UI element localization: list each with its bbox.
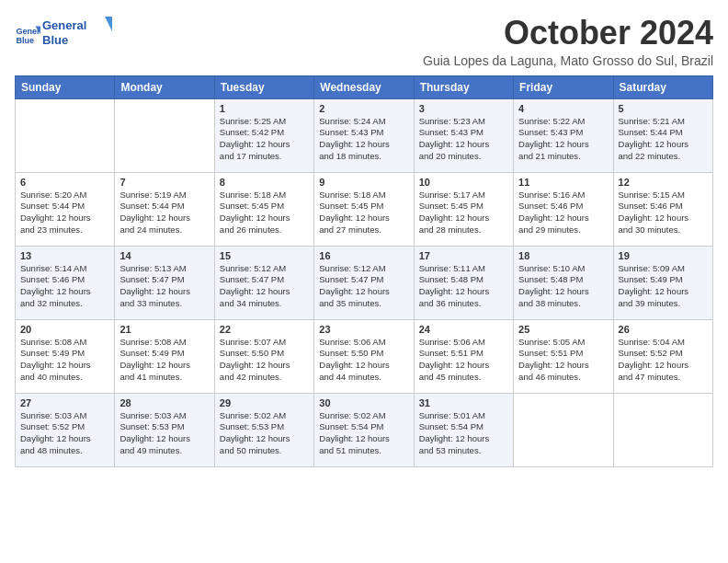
calendar-cell: 21Sunrise: 5:08 AM Sunset: 5:49 PM Dayli… [115,319,214,393]
day-details: Sunrise: 5:18 AM Sunset: 5:45 PM Dayligh… [319,190,390,235]
day-number: 22 [220,324,309,335]
header-tuesday: Tuesday [214,75,313,98]
calendar-cell: 23Sunrise: 5:06 AM Sunset: 5:50 PM Dayli… [314,319,414,393]
header-saturday: Saturday [613,75,712,98]
location-subtitle: Guia Lopes da Laguna, Mato Grosso do Sul… [423,53,713,68]
calendar-cell: 5Sunrise: 5:21 AM Sunset: 5:44 PM Daylig… [613,98,712,172]
header-wednesday: Wednesday [314,75,414,98]
logo-icon: General Blue [15,21,40,47]
day-details: Sunrise: 5:24 AM Sunset: 5:43 PM Dayligh… [319,116,390,161]
day-number: 27 [20,397,109,408]
day-number: 1 [220,103,309,114]
calendar-cell [16,98,115,172]
day-number: 15 [220,250,309,261]
day-number: 28 [119,397,209,408]
day-number: 8 [220,177,309,188]
day-details: Sunrise: 5:05 AM Sunset: 5:51 PM Dayligh… [518,337,589,382]
page-header: General Blue General Blue October 2024 G… [15,15,713,68]
day-details: Sunrise: 5:02 AM Sunset: 5:53 PM Dayligh… [220,410,290,455]
month-title: October 2024 [423,15,713,52]
calendar-cell: 19Sunrise: 5:09 AM Sunset: 5:49 PM Dayli… [613,246,712,319]
calendar-cell: 10Sunrise: 5:17 AM Sunset: 5:45 PM Dayli… [414,172,513,246]
svg-text:General: General [42,18,86,32]
day-details: Sunrise: 5:03 AM Sunset: 5:53 PM Dayligh… [119,410,190,455]
day-number: 31 [419,397,508,408]
calendar-cell: 13Sunrise: 5:14 AM Sunset: 5:46 PM Dayli… [16,246,115,319]
calendar-cell: 9Sunrise: 5:18 AM Sunset: 5:45 PM Daylig… [314,172,414,246]
calendar-cell: 8Sunrise: 5:18 AM Sunset: 5:45 PM Daylig… [214,172,313,246]
week-row-1: 1Sunrise: 5:25 AM Sunset: 5:42 PM Daylig… [16,98,713,172]
day-details: Sunrise: 5:11 AM Sunset: 5:48 PM Dayligh… [419,263,490,308]
day-number: 5 [619,103,708,114]
header-monday: Monday [115,75,214,98]
day-number: 20 [20,324,109,335]
calendar-cell: 31Sunrise: 5:01 AM Sunset: 5:54 PM Dayli… [414,393,513,466]
calendar-cell: 4Sunrise: 5:22 AM Sunset: 5:43 PM Daylig… [514,98,613,172]
calendar-cell: 30Sunrise: 5:02 AM Sunset: 5:54 PM Dayli… [314,393,414,466]
calendar-table: SundayMondayTuesdayWednesdayThursdayFrid… [15,75,713,467]
calendar-cell: 22Sunrise: 5:07 AM Sunset: 5:50 PM Dayli… [214,319,313,393]
svg-text:Blue: Blue [16,36,34,45]
header-thursday: Thursday [414,75,513,98]
day-details: Sunrise: 5:01 AM Sunset: 5:54 PM Dayligh… [419,410,490,455]
header-row: SundayMondayTuesdayWednesdayThursdayFrid… [16,75,713,98]
header-friday: Friday [514,75,613,98]
day-number: 25 [518,324,608,335]
day-details: Sunrise: 5:13 AM Sunset: 5:47 PM Dayligh… [119,263,190,308]
calendar-cell: 26Sunrise: 5:04 AM Sunset: 5:52 PM Dayli… [613,319,712,393]
calendar-cell [613,393,712,466]
day-number: 16 [319,250,408,261]
day-details: Sunrise: 5:08 AM Sunset: 5:49 PM Dayligh… [119,337,190,382]
calendar-cell [514,393,613,466]
calendar-cell: 18Sunrise: 5:10 AM Sunset: 5:48 PM Dayli… [514,246,613,319]
calendar-cell: 2Sunrise: 5:24 AM Sunset: 5:43 PM Daylig… [314,98,414,172]
calendar-cell: 11Sunrise: 5:16 AM Sunset: 5:46 PM Dayli… [514,172,613,246]
calendar-cell: 3Sunrise: 5:23 AM Sunset: 5:43 PM Daylig… [414,98,513,172]
calendar-cell: 12Sunrise: 5:15 AM Sunset: 5:46 PM Dayli… [613,172,712,246]
calendar-cell: 28Sunrise: 5:03 AM Sunset: 5:53 PM Dayli… [115,393,214,466]
day-number: 11 [518,177,608,188]
day-number: 3 [419,103,508,114]
day-details: Sunrise: 5:15 AM Sunset: 5:46 PM Dayligh… [619,190,689,235]
header-sunday: Sunday [16,75,115,98]
calendar-cell: 1Sunrise: 5:25 AM Sunset: 5:42 PM Daylig… [214,98,313,172]
calendar-cell: 27Sunrise: 5:03 AM Sunset: 5:52 PM Dayli… [16,393,115,466]
day-number: 13 [20,250,109,261]
day-number: 29 [220,397,309,408]
day-details: Sunrise: 5:07 AM Sunset: 5:50 PM Dayligh… [220,337,290,382]
day-details: Sunrise: 5:17 AM Sunset: 5:45 PM Dayligh… [419,190,490,235]
day-details: Sunrise: 5:04 AM Sunset: 5:52 PM Dayligh… [619,337,689,382]
svg-marker-5 [105,17,112,31]
day-number: 26 [619,324,708,335]
calendar-cell: 20Sunrise: 5:08 AM Sunset: 5:49 PM Dayli… [16,319,115,393]
day-details: Sunrise: 5:08 AM Sunset: 5:49 PM Dayligh… [20,337,91,382]
day-details: Sunrise: 5:22 AM Sunset: 5:43 PM Dayligh… [518,116,589,161]
day-details: Sunrise: 5:02 AM Sunset: 5:54 PM Dayligh… [319,410,390,455]
day-details: Sunrise: 5:06 AM Sunset: 5:51 PM Dayligh… [419,337,490,382]
calendar-cell: 6Sunrise: 5:20 AM Sunset: 5:44 PM Daylig… [16,172,115,246]
day-details: Sunrise: 5:18 AM Sunset: 5:45 PM Dayligh… [220,190,290,235]
week-row-2: 6Sunrise: 5:20 AM Sunset: 5:44 PM Daylig… [16,172,713,246]
day-details: Sunrise: 5:25 AM Sunset: 5:42 PM Dayligh… [220,116,290,161]
day-details: Sunrise: 5:14 AM Sunset: 5:46 PM Dayligh… [20,263,91,308]
calendar-cell [115,98,214,172]
logo-text: General Blue [42,15,116,54]
day-details: Sunrise: 5:09 AM Sunset: 5:49 PM Dayligh… [619,263,689,308]
calendar-cell: 17Sunrise: 5:11 AM Sunset: 5:48 PM Dayli… [414,246,513,319]
week-row-4: 20Sunrise: 5:08 AM Sunset: 5:49 PM Dayli… [16,319,713,393]
day-number: 23 [319,324,408,335]
day-details: Sunrise: 5:23 AM Sunset: 5:43 PM Dayligh… [419,116,490,161]
day-number: 6 [20,177,109,188]
svg-text:Blue: Blue [42,33,68,47]
day-details: Sunrise: 5:12 AM Sunset: 5:47 PM Dayligh… [319,263,390,308]
day-number: 12 [619,177,708,188]
day-number: 30 [319,397,408,408]
day-details: Sunrise: 5:03 AM Sunset: 5:52 PM Dayligh… [20,410,91,455]
day-details: Sunrise: 5:12 AM Sunset: 5:47 PM Dayligh… [220,263,290,308]
day-number: 19 [619,250,708,261]
day-number: 17 [419,250,508,261]
day-details: Sunrise: 5:19 AM Sunset: 5:44 PM Dayligh… [119,190,190,235]
day-details: Sunrise: 5:10 AM Sunset: 5:48 PM Dayligh… [518,263,589,308]
day-details: Sunrise: 5:16 AM Sunset: 5:46 PM Dayligh… [518,190,589,235]
calendar-cell: 14Sunrise: 5:13 AM Sunset: 5:47 PM Dayli… [115,246,214,319]
